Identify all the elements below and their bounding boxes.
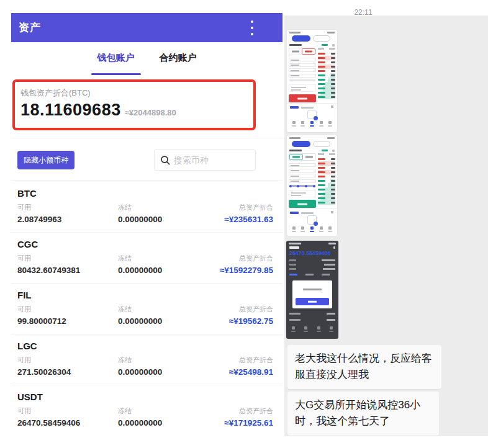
thumbnail-detail — [328, 121, 332, 127]
thumbnail-detail — [331, 87, 335, 89]
available-value: 80432.60749381 — [17, 266, 118, 275]
thumbnail-detail — [331, 211, 333, 213]
thumbnail-detail — [289, 190, 316, 197]
thumbnail-detail — [328, 121, 332, 124]
thumbnail-detail — [318, 174, 335, 179]
thumbnail-detail — [289, 259, 296, 261]
attachment-thumbnail-balance-dialog[interactable]: 26470.58459406 — [286, 241, 338, 339]
thumbnail-detail — [318, 167, 325, 169]
thumbnail-detail — [329, 326, 333, 332]
mini-dialog — [292, 280, 332, 308]
thumbnail-detail — [289, 185, 292, 187]
frozen-label: 冻结 — [118, 254, 220, 263]
attachment-thumbnail-sell-screen[interactable] — [287, 30, 337, 132]
thumbnail-detail — [322, 44, 328, 46]
coin-row-BTC[interactable]: BTC可用2.08749963冻结0.00000000总资产折合≈¥235631… — [11, 182, 282, 233]
thumbnail-detail — [319, 121, 323, 127]
dialog-screen-balance: 26470.58459406 — [289, 250, 331, 256]
chat-message: 老大我这什么情况，反应给客服直接没人理我 — [287, 345, 441, 389]
mini-buy-button — [289, 200, 316, 208]
thumbnail-detail — [318, 163, 325, 164]
frozen-value: 0.00000000 — [118, 266, 220, 275]
document-icon — [307, 110, 317, 119]
thumbnail-detail — [331, 189, 335, 190]
total-value: ≈¥171925.61 — [224, 418, 273, 428]
thumbnail-detail — [328, 226, 332, 230]
thumbnail-detail — [318, 161, 335, 166]
thumbnail-detail — [318, 86, 335, 91]
mini-dialog-confirm-button — [296, 298, 329, 305]
thumbnail-detail — [322, 259, 335, 261]
total-value: ≈¥1592279.85 — [220, 266, 273, 275]
tab-wallet-account[interactable]: 钱包账户 — [96, 48, 136, 68]
thumbnail-detail — [331, 171, 335, 173]
thumbnail-detail — [333, 246, 335, 249]
thumbnail-detail — [289, 169, 316, 172]
thumbnail-detail — [318, 95, 335, 99]
thumbnail-detail — [289, 264, 296, 266]
thumbnail-detail — [290, 106, 299, 109]
thumbnail-detail — [297, 203, 307, 205]
thumbnail-detail — [317, 326, 321, 332]
thumbnail-detail — [331, 180, 335, 182]
available-value: 26470.58459406 — [17, 418, 118, 428]
thumbnail-detail — [318, 179, 335, 183]
thumbnail-detail — [328, 243, 336, 244]
thumbnail-detail — [289, 79, 315, 81]
thumbnail-detail — [331, 61, 335, 63]
search-icon — [160, 155, 170, 165]
thumbnail-detail — [300, 231, 305, 232]
search-box[interactable] — [154, 149, 256, 171]
thumbnail-detail — [310, 226, 314, 232]
thumbnail-detail — [289, 268, 296, 270]
coin-row-FIL[interactable]: FIL可用99.80000712冻结0.00000000总资产折合≈¥19562… — [11, 284, 282, 334]
frozen-value: 0.00000000 — [118, 316, 229, 326]
thumbnail-detail — [303, 154, 315, 160]
thumbnail-detail — [291, 60, 299, 61]
thumbnail-detail — [292, 226, 296, 230]
thumbnail-detail — [327, 137, 335, 139]
thumbnail-detail — [310, 231, 314, 232]
chat-timestamp: 22:11 — [343, 8, 384, 17]
kebab-menu-icon[interactable] — [246, 20, 258, 35]
app-header: 资产 — [11, 13, 282, 42]
thumbnail-detail — [318, 176, 325, 177]
thumbnail-detail — [289, 179, 316, 183]
thumbnail-detail — [318, 92, 325, 94]
tab-contract-account[interactable]: 合约账户 — [158, 48, 198, 68]
attachment-thumbnail-buy-screen[interactable] — [287, 135, 337, 236]
thumbnail-detail — [323, 268, 335, 270]
coin-row-LGC[interactable]: LGC可用271.50026304冻结0.00000000总资产折合≈¥2549… — [11, 334, 282, 385]
thumbnail-detail — [289, 150, 302, 151]
thumbnail-detail — [291, 87, 306, 88]
thumbnail-detail — [318, 73, 335, 78]
thumbnail-detail — [331, 197, 335, 199]
thumbnail-detail — [317, 331, 321, 332]
total-value: ≈¥25498.91 — [229, 367, 273, 377]
coin-symbol: BTC — [17, 188, 282, 199]
thumbnail-detail — [304, 326, 308, 332]
thumbnail-detail — [289, 319, 335, 321]
thumbnail-detail — [308, 301, 317, 303]
search-input[interactable] — [174, 155, 236, 165]
thumbnail-detail — [327, 32, 335, 34]
coin-row-CGC[interactable]: CGC可用80432.60749381冻结0.00000000总资产折合≈¥15… — [11, 233, 282, 284]
thumbnail-detail — [289, 163, 316, 167]
thumbnail-detail — [291, 170, 299, 171]
thumbnail-detail — [318, 202, 325, 204]
thumbnail-detail — [292, 141, 310, 147]
mini-form — [289, 163, 316, 184]
thumbnail-detail — [332, 44, 335, 47]
thumbnail-detail — [292, 156, 300, 158]
thumbnail-detail — [292, 226, 296, 232]
coin-row-USDT[interactable]: USDT可用26470.58459406冻结0.00000000总资产折合≈¥1… — [11, 385, 282, 436]
total-label: 总资产折合 — [229, 356, 273, 365]
available-label: 可用 — [17, 254, 118, 263]
section-divider — [11, 138, 282, 138]
thumbnail-detail — [301, 121, 304, 124]
thumbnail-detail — [289, 58, 316, 61]
total-value: ≈¥235631.63 — [224, 215, 273, 224]
hide-small-balances-button[interactable]: 隐藏小额币种 — [17, 151, 75, 169]
thumbnail-detail — [318, 153, 335, 155]
thumbnail-detail — [291, 65, 299, 66]
